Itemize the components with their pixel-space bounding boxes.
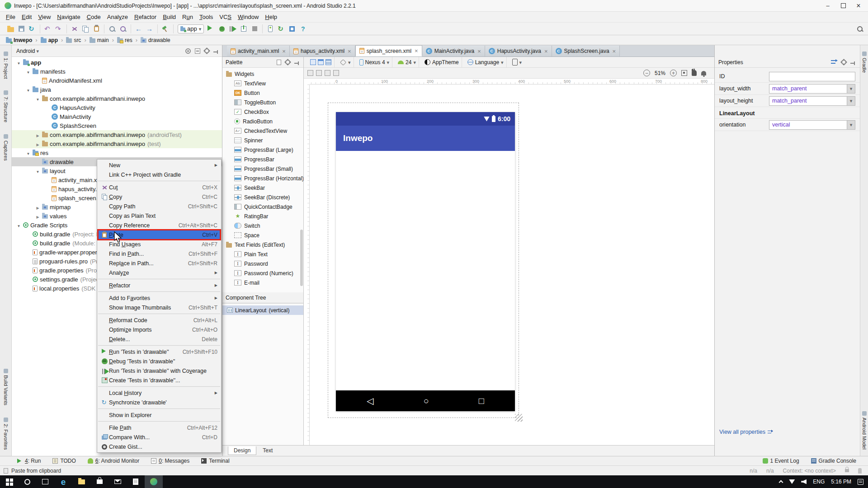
palette-item-quickcontactbadge[interactable]: QuickContactBadge <box>222 202 303 211</box>
palette-item-textview[interactable]: AbTextView <box>222 79 303 88</box>
stop-icon[interactable] <box>249 24 260 34</box>
context-menu-link-c-project-with-gradle[interactable]: Link C++ Project with Gradle <box>97 170 221 179</box>
tool-strip-1-project[interactable]: 1: Project <box>3 52 9 79</box>
taskbar-explorer-icon[interactable] <box>72 475 90 488</box>
context-menu-cut[interactable]: CutCtrl+X <box>97 183 221 192</box>
menu-code[interactable]: Code <box>84 13 104 21</box>
gear-icon[interactable] <box>204 48 209 53</box>
collapse-all-icon[interactable] <box>195 48 200 54</box>
build-icon[interactable] <box>160 24 171 34</box>
notifications-icon[interactable] <box>701 71 706 75</box>
palette-item-password-numeric-[interactable]: IPassword (Numeric) <box>222 268 303 278</box>
zoom-in-button[interactable] <box>670 70 677 76</box>
property-dropdown[interactable]: vertical <box>769 120 855 130</box>
context-menu-run-tests-in-drawable-[interactable]: Run 'Tests in 'drawable''Ctrl+Shift+F10 <box>97 347 221 357</box>
close-icon[interactable] <box>282 48 286 55</box>
context-menu-show-image-thumbnails[interactable]: Show Image ThumbnailsCtrl+Shift+T <box>97 303 221 312</box>
taskbar-start-icon[interactable] <box>0 475 18 488</box>
palette-item-ratingbar[interactable]: RatingBar <box>222 211 303 221</box>
tree-item-res[interactable]: res <box>12 148 222 157</box>
sdk-icon[interactable] <box>287 24 297 34</box>
api-selector[interactable]: 24 <box>395 57 419 67</box>
zoom-out-button[interactable] <box>643 70 650 76</box>
menu-view[interactable]: View <box>35 13 54 21</box>
run-icon[interactable] <box>206 24 217 34</box>
device-preview[interactable]: 6:00 Inwepo ◁ ○ □ <box>336 112 515 411</box>
context-menu-copy[interactable]: CopyCtrl+C <box>97 192 221 202</box>
menu-help[interactable]: Help <box>262 13 280 21</box>
tree-item-hapusactivity[interactable]: HapusActivity <box>12 103 222 112</box>
taskbar-taskview-icon[interactable] <box>36 475 54 488</box>
view-all-properties-link[interactable]: View all properties <box>719 429 773 435</box>
show-blueprint-icon[interactable] <box>310 59 316 65</box>
toolwindow-6-android-monitor[interactable]: 6: Android Monitor <box>88 458 139 464</box>
tree-item-androidmanifest-xml[interactable]: AndroidManifest.xml <box>12 76 222 85</box>
taskbar-mail-icon[interactable] <box>108 475 127 488</box>
expand-arrow-icon[interactable] <box>34 204 41 211</box>
palette-item-button[interactable]: OKButton <box>222 88 303 98</box>
context-menu-replace-in-path-[interactable]: Replace in Path...Ctrl+Shift+R <box>97 258 221 268</box>
forward-icon[interactable] <box>144 24 155 34</box>
lock-icon[interactable] <box>845 469 849 472</box>
paste-icon[interactable] <box>91 24 102 34</box>
expand-arrow-icon[interactable] <box>34 141 41 147</box>
toolwindow-todo[interactable]: TODO <box>52 458 75 464</box>
palette-item-progressbar-small-[interactable]: ProgressBar (Small) <box>222 164 303 174</box>
toolwindow-1-event-log[interactable]: 1 Event Log <box>763 458 799 464</box>
action-center-icon[interactable] <box>858 479 863 485</box>
taskbar-clock[interactable]: 5:16 PM <box>831 479 851 485</box>
context-menu-delete-[interactable]: Delete...Delete <box>97 334 221 344</box>
open-icon[interactable] <box>5 24 16 34</box>
palette-item-seekbar-discrete-[interactable]: SeekBar (Discrete) <box>222 192 303 202</box>
menu-window[interactable]: Window <box>235 13 262 21</box>
context-menu-copy-as-plain-text[interactable]: Copy as Plain Text <box>97 211 221 221</box>
menu-build[interactable]: Build <box>160 13 179 21</box>
debug-icon[interactable] <box>217 24 227 34</box>
mode-tab-text[interactable]: Text <box>257 446 278 455</box>
menu-file[interactable]: File <box>3 13 19 21</box>
context-menu-run-tests-in-drawable-with-coverage[interactable]: Run 'Tests in 'drawable'' with Coverage <box>97 366 221 375</box>
taskbar-notes-icon[interactable] <box>127 475 145 488</box>
expand-arrow-icon[interactable] <box>34 131 41 138</box>
search-icon[interactable] <box>854 24 865 34</box>
menu-vcs[interactable]: VCS <box>216 13 235 21</box>
swap-view-icon[interactable] <box>831 60 837 65</box>
palette-scrollbar[interactable] <box>300 230 303 286</box>
chevron-up-icon[interactable] <box>779 480 783 485</box>
menu-edit[interactable]: Edit <box>19 13 35 21</box>
maximize-button[interactable] <box>835 1 851 11</box>
palette-item-radiobutton[interactable]: RadioButton <box>222 117 303 126</box>
show-both-icon[interactable] <box>326 59 331 65</box>
close-icon[interactable] <box>415 47 418 54</box>
toolwindow-4-run[interactable]: 4: Run <box>17 458 41 464</box>
property-input[interactable] <box>769 72 855 81</box>
hide-panel-icon[interactable] <box>294 63 298 64</box>
palette-item-e-mail[interactable]: IE-mail <box>222 278 303 287</box>
context-menu-new[interactable]: New <box>97 160 221 170</box>
tab-activity_main.xml[interactable]: activity_main.xml <box>227 46 290 56</box>
gear-icon[interactable] <box>841 60 846 65</box>
tab-HapusActivity.java[interactable]: HapusActivity.java <box>485 46 552 56</box>
tool-strip-android-model[interactable]: Android Model <box>862 411 867 450</box>
expand-arrow-icon[interactable] <box>25 150 32 156</box>
toolwindow-terminal[interactable]: Terminal <box>201 458 229 464</box>
save-icon[interactable] <box>16 24 27 34</box>
context-menu-local-history[interactable]: Local History <box>97 388 221 398</box>
component-linearlayout[interactable]: LinearLayout(vertical) <box>222 305 303 315</box>
theme-selector[interactable]: AppTheme <box>422 57 462 67</box>
syncproject-icon[interactable] <box>276 24 287 34</box>
context-menu-refactor[interactable]: Refactor <box>97 281 221 290</box>
breadcrumb-Inwepo[interactable]: Inwepo <box>5 37 33 43</box>
locate-icon[interactable] <box>185 48 191 54</box>
zoom-to-fit-icon[interactable] <box>681 70 687 76</box>
close-icon[interactable] <box>477 48 481 55</box>
taskbar-androidstudio-icon[interactable] <box>145 475 163 488</box>
expand-arrow-icon[interactable] <box>34 213 41 220</box>
context-menu-create-gist-[interactable]: Create Gist... <box>97 442 221 451</box>
context-menu-add-to-favorites[interactable]: Add to Favorites <box>97 293 221 303</box>
wifi-icon[interactable] <box>789 479 795 484</box>
orientation-icon[interactable] <box>340 59 346 65</box>
palette-item-progressbar-horizontal-[interactable]: ProgressBar (Horizontal) <box>222 174 303 183</box>
expand-arrow-icon[interactable] <box>15 222 22 229</box>
tool-strip-gradle[interactable]: Gradle <box>862 52 867 73</box>
